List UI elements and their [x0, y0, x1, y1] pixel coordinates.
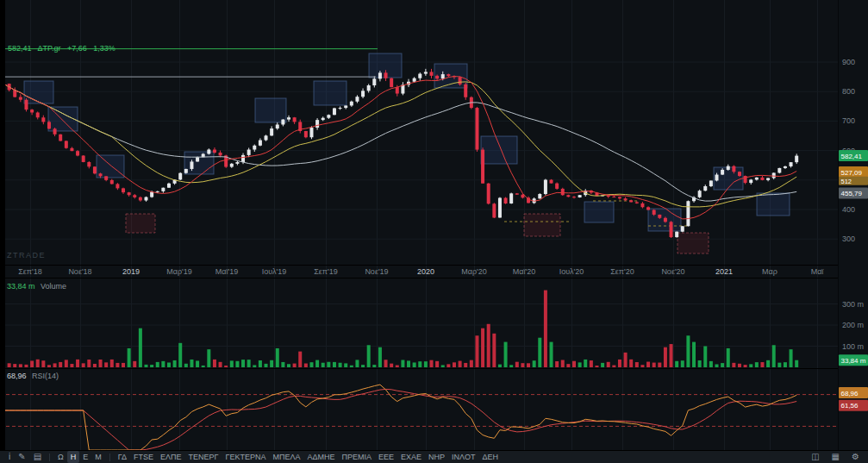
- svg-text:455,79: 455,79: [841, 190, 863, 197]
- svg-text:2020: 2020: [417, 267, 434, 276]
- interval-button-1[interactable]: H: [67, 451, 80, 463]
- chart-canvas[interactable]: 900800700600500400300300 m200 m100 mΣεπ'…: [0, 0, 868, 450]
- interval-button-2[interactable]: E: [79, 451, 91, 463]
- ticker-button-group: ΓΔFTSEΕΛΠΕΤΕΝΕΡΓΓΕΚΤΕΡΝΑΜΠΕΛΑΑΔΜΗΕΠΡΕΜΙΑ…: [115, 451, 502, 463]
- ticker-button-3[interactable]: ΤΕΝΕΡΓ: [185, 451, 222, 463]
- interval-button-3[interactable]: M: [91, 451, 105, 463]
- ticker-button-5[interactable]: ΜΠΕΛΑ: [269, 451, 303, 463]
- interval-button-0[interactable]: Ω: [54, 451, 67, 463]
- draw-icon[interactable]: ✎: [15, 451, 28, 463]
- svg-text:300: 300: [842, 235, 855, 243]
- svg-text:Μαϊ'19: Μαϊ'19: [215, 267, 238, 276]
- ticker-button-0[interactable]: ΓΔ: [115, 451, 130, 463]
- toolbar-divider: [49, 454, 50, 461]
- ticker-button-4[interactable]: ΓΕΚΤΕΡΝΑ: [222, 451, 270, 463]
- svg-text:Σεπ'20: Σεπ'20: [610, 267, 634, 276]
- ticker-button-12[interactable]: ΔΕΗ: [478, 451, 502, 463]
- toolbar-right-icons: ◫ ▦ ⚙: [808, 451, 863, 463]
- ticker-button-7[interactable]: ΠΡΕΜΙΑ: [339, 451, 376, 463]
- ticker-button-8[interactable]: ΕΕΕ: [375, 451, 397, 463]
- svg-text:512: 512: [841, 178, 852, 185]
- svg-text:Νοε'20: Νοε'20: [661, 267, 684, 276]
- ticker-button-11[interactable]: ΙΝΛΟΤ: [448, 451, 478, 463]
- svg-text:300 m: 300 m: [842, 300, 864, 309]
- bottom-toolbar: i ✎ ▤ ΩHEM ΓΔFTSEΕΛΠΕΤΕΝΕΡΓΓΕΚΤΕΡΝΑΜΠΕΛΑ…: [0, 450, 868, 463]
- svg-text:400: 400: [842, 205, 855, 214]
- info-icon[interactable]: i: [5, 451, 14, 463]
- svg-text:Σεπ'18: Σεπ'18: [18, 267, 42, 276]
- histogram-icon[interactable]: ▦: [828, 451, 843, 463]
- ticker-button-6[interactable]: ΑΔΜΗΕ: [303, 451, 338, 463]
- svg-text:Νοε'18: Νοε'18: [68, 267, 91, 276]
- ticker-button-9[interactable]: ΕΧΑΕ: [397, 451, 425, 463]
- ticker-button-1[interactable]: FTSE: [130, 451, 157, 463]
- svg-text:2019: 2019: [122, 267, 140, 276]
- svg-text:527,09: 527,09: [841, 169, 863, 177]
- chart-area[interactable]: 900800700600500400300300 m200 m100 mΣεπ'…: [0, 0, 868, 450]
- ticker-button-10[interactable]: ΝΗΡ: [425, 451, 448, 463]
- svg-text:Μαϊ: Μαϊ: [811, 267, 825, 276]
- svg-text:582,41: 582,41: [841, 153, 863, 160]
- svg-text:100 m: 100 m: [842, 342, 864, 351]
- trading-app: 900800700600500400300300 m200 m100 mΣεπ'…: [0, 0, 868, 463]
- svg-text:68,96: 68,96: [841, 390, 859, 397]
- svg-text:Μαρ'20: Μαρ'20: [461, 267, 487, 276]
- svg-text:700: 700: [842, 116, 855, 125]
- svg-text:Μαρ: Μαρ: [762, 267, 777, 276]
- interval-button-group: ΩHEM: [54, 451, 105, 463]
- svg-text:Νοε'19: Νοε'19: [365, 267, 388, 276]
- svg-text:Μαρ'19: Μαρ'19: [166, 267, 192, 276]
- svg-text:61,56: 61,56: [841, 402, 859, 410]
- toolbar-divider: [109, 454, 110, 461]
- svg-text:Ιουλ'19: Ιουλ'19: [262, 267, 287, 276]
- svg-text:33,84 m: 33,84 m: [841, 357, 866, 365]
- layers-icon[interactable]: ▤: [30, 451, 45, 463]
- svg-text:200 m: 200 m: [842, 321, 864, 329]
- svg-text:Σεπ'19: Σεπ'19: [314, 267, 338, 276]
- svg-text:Μαϊ'20: Μαϊ'20: [513, 267, 535, 276]
- settings-icon[interactable]: ⚙: [848, 451, 863, 463]
- svg-text:2021: 2021: [715, 267, 733, 276]
- chart-style-icon[interactable]: ◫: [808, 451, 822, 463]
- svg-text:800: 800: [842, 87, 855, 96]
- ticker-button-2[interactable]: ΕΛΠΕ: [157, 451, 185, 463]
- svg-text:Ιουλ'20: Ιουλ'20: [559, 267, 584, 276]
- svg-text:900: 900: [842, 58, 855, 66]
